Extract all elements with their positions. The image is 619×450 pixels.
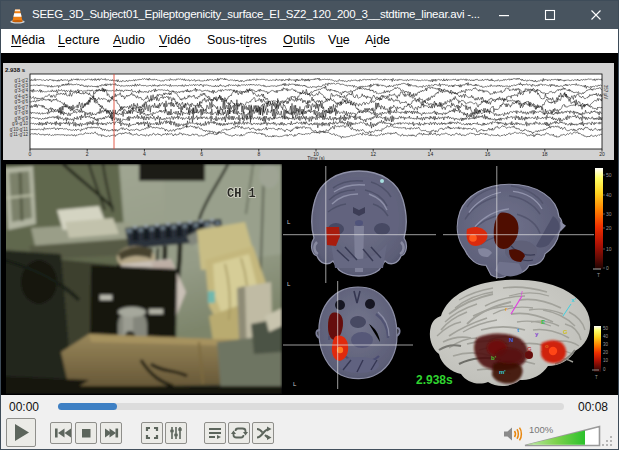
svg-text:E: E: [541, 319, 545, 325]
svg-text:12: 12: [370, 151, 376, 157]
svg-text:2.938s: 2.938s: [416, 373, 453, 387]
svg-text:g'11-g'12: g'11-g'12: [10, 132, 29, 137]
svg-text:g'1-g'2: g'1-g'2: [14, 78, 28, 83]
svg-text:T: T: [597, 272, 600, 278]
svg-text:20: 20: [606, 225, 612, 231]
svg-text:t: t: [517, 327, 519, 333]
svg-text:18: 18: [542, 151, 548, 157]
svg-text:g'9-g'10: g'9-g'10: [12, 121, 29, 126]
svg-text:0: 0: [606, 265, 609, 271]
svg-text:2: 2: [86, 151, 89, 157]
svg-text:6: 6: [200, 151, 203, 157]
svg-text:20: 20: [599, 151, 605, 157]
svg-text:x': x': [571, 297, 576, 303]
svg-text:10: 10: [606, 246, 612, 252]
svg-text:g'2-g'3: g'2-g'3: [14, 83, 28, 88]
svg-text:357 µV: 357 µV: [603, 85, 608, 101]
svg-text:g'7-g'8: g'7-g'8: [14, 110, 28, 115]
svg-text:20: 20: [603, 350, 609, 355]
svg-text:g'5-g'6: g'5-g'6: [14, 99, 28, 104]
svg-text:50: 50: [606, 172, 612, 178]
svg-text:10: 10: [603, 358, 609, 363]
svg-text:N: N: [509, 337, 513, 343]
svg-text:T: T: [595, 375, 598, 380]
svg-text:40: 40: [606, 192, 612, 198]
svg-text:o: o: [545, 343, 549, 349]
svg-text:16: 16: [485, 151, 491, 157]
svg-text:g'4-g'5: g'4-g'5: [14, 94, 28, 99]
svg-text:G: G: [563, 329, 568, 335]
svg-text:0: 0: [29, 151, 32, 157]
svg-text:30: 30: [606, 211, 612, 217]
svg-text:g'3-g'4: g'3-g'4: [14, 88, 28, 93]
svg-text:2.938 s: 2.938 s: [5, 67, 26, 73]
svg-text:g'10-g'11: g'10-g'11: [10, 127, 29, 132]
svg-text:g'8-g'9: g'8-g'9: [14, 116, 28, 121]
svg-text:Time (s): Time (s): [307, 156, 325, 161]
svg-text:CH 1: CH 1: [227, 187, 256, 201]
svg-text:14: 14: [428, 151, 434, 157]
svg-text:G: G: [527, 346, 532, 352]
svg-text:m': m': [499, 369, 506, 375]
svg-text:b': b': [491, 355, 497, 361]
svg-text:8: 8: [257, 151, 260, 157]
svg-text:4: 4: [143, 151, 146, 157]
svg-text:30: 30: [603, 342, 609, 347]
svg-text:g'6-g'7: g'6-g'7: [14, 105, 28, 110]
svg-text:40: 40: [603, 334, 609, 339]
svg-text:50: 50: [603, 326, 609, 331]
